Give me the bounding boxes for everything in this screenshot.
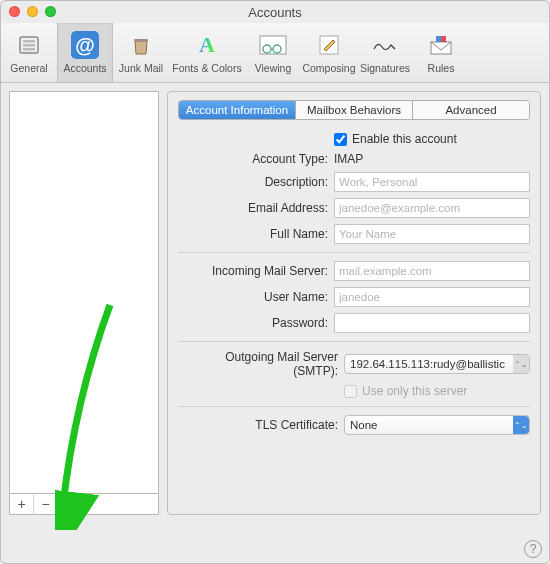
account-tabs: Account Information Mailbox Behaviors Ad… [178, 100, 530, 120]
chevron-updown-icon: ⌃⌄ [513, 416, 529, 434]
tls-value: None [350, 419, 378, 431]
use-only-server-label: Use only this server [362, 384, 467, 398]
add-account-button[interactable]: + [10, 494, 34, 514]
zoom-window-button[interactable] [45, 6, 56, 17]
tls-label: TLS Certificate: [178, 418, 338, 432]
pref-toolbar: General @ Accounts Junk Mail A Fonts & C… [1, 23, 549, 83]
tab-mailbox-behaviors[interactable]: Mailbox Behaviors [296, 101, 413, 119]
minus-icon: − [41, 496, 49, 512]
tab-advanced[interactable]: Advanced [413, 101, 529, 119]
divider [178, 341, 530, 342]
toolbar-accounts[interactable]: @ Accounts [57, 23, 113, 82]
toolbar-signatures[interactable]: Signatures [357, 23, 413, 82]
use-only-server-checkbox[interactable] [344, 385, 357, 398]
tls-select[interactable]: None ⌃⌄ [344, 415, 530, 435]
enable-account-label: Enable this account [352, 132, 457, 146]
toolbar-label: Signatures [360, 62, 410, 74]
description-label: Description: [178, 175, 328, 189]
account-type-value: IMAP [334, 152, 530, 166]
email-label: Email Address: [178, 201, 328, 215]
smtp-label: Outgoing Mail Server (SMTP): [178, 350, 338, 378]
description-input[interactable] [334, 172, 530, 192]
smtp-value: 192.64.115.113:rudy@ballistic [350, 358, 505, 370]
chevron-updown-icon: ⌃⌄ [513, 355, 529, 373]
toolbar-general[interactable]: General [1, 23, 57, 82]
close-window-button[interactable] [9, 6, 20, 17]
enable-account-checkbox[interactable] [334, 133, 347, 146]
accounts-icon: @ [71, 31, 99, 59]
viewing-icon [259, 31, 287, 59]
toolbar-composing[interactable]: Composing [301, 23, 357, 82]
toolbar-fonts[interactable]: A Fonts & Colors [169, 23, 245, 82]
svg-rect-4 [134, 39, 148, 42]
account-list[interactable] [9, 91, 159, 494]
traffic-lights [9, 6, 56, 17]
smtp-select[interactable]: 192.64.115.113:rudy@ballistic ⌃⌄ [344, 354, 530, 374]
divider [178, 252, 530, 253]
sidebar-spacer [58, 494, 158, 514]
toolbar-label: Fonts & Colors [172, 62, 241, 74]
composing-icon [315, 31, 343, 59]
general-icon [15, 31, 43, 59]
signatures-icon [371, 31, 399, 59]
toolbar-rules[interactable]: Rules [413, 23, 469, 82]
svg-rect-3 [23, 48, 35, 51]
fullname-input[interactable] [334, 224, 530, 244]
divider [178, 406, 530, 407]
toolbar-label: Accounts [63, 62, 106, 74]
password-label: Password: [178, 316, 328, 330]
tab-account-information[interactable]: Account Information [179, 101, 296, 119]
toolbar-label: Rules [428, 62, 455, 74]
remove-account-button[interactable]: − [34, 494, 58, 514]
help-button[interactable]: ? [524, 540, 542, 558]
toolbar-label: Composing [302, 62, 355, 74]
rules-icon [427, 31, 455, 59]
plus-icon: + [17, 496, 25, 512]
incoming-label: Incoming Mail Server: [178, 264, 328, 278]
window-title: Accounts [1, 5, 549, 20]
incoming-server-input[interactable] [334, 261, 530, 281]
account-form: Enable this account Account Type: IMAP D… [178, 128, 530, 435]
account-detail-panel: Account Information Mailbox Behaviors Ad… [167, 91, 541, 515]
toolbar-label: Junk Mail [119, 62, 163, 74]
toolbar-label: Viewing [255, 62, 292, 74]
account-sidebar: + − [9, 91, 159, 515]
svg-rect-2 [23, 44, 35, 47]
password-input[interactable] [334, 313, 530, 333]
toolbar-label: General [10, 62, 47, 74]
minimize-window-button[interactable] [27, 6, 38, 17]
username-input[interactable] [334, 287, 530, 307]
email-input[interactable] [334, 198, 530, 218]
junk-icon [127, 31, 155, 59]
account-type-label: Account Type: [178, 152, 328, 166]
sidebar-controls: + − [9, 494, 159, 515]
svg-rect-1 [23, 40, 35, 43]
question-icon: ? [530, 542, 537, 556]
titlebar: Accounts [1, 1, 549, 23]
fullname-label: Full Name: [178, 227, 328, 241]
fonts-icon: A [193, 31, 221, 59]
toolbar-viewing[interactable]: Viewing [245, 23, 301, 82]
footer: ? [524, 540, 542, 558]
toolbar-junk[interactable]: Junk Mail [113, 23, 169, 82]
username-label: User Name: [178, 290, 328, 304]
